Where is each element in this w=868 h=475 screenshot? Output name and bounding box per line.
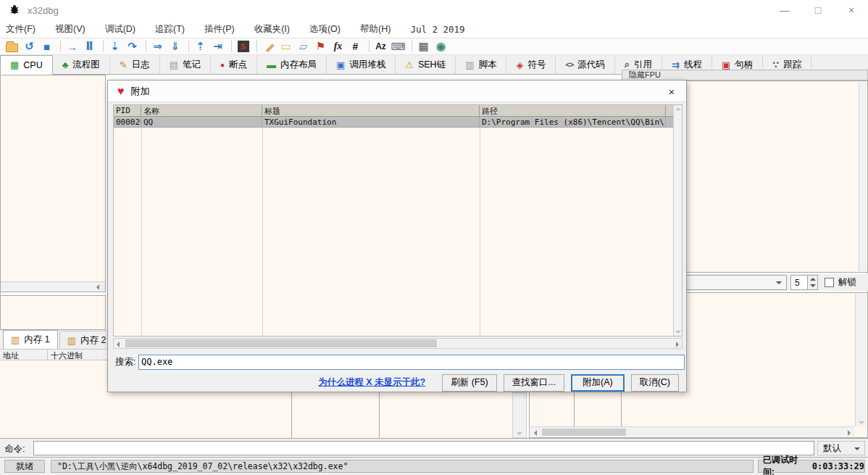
scroll-left-icon[interactable] xyxy=(534,430,537,436)
scroll-right-icon[interactable] xyxy=(676,342,679,347)
labels-icon[interactable]: ▱ xyxy=(296,39,311,54)
why-not-shown-link[interactable]: 为什么进程 X 未显示于此? xyxy=(318,376,425,389)
execute-till-return-icon[interactable]: ⇓ xyxy=(167,39,183,54)
scroll-down-icon[interactable] xyxy=(675,331,681,334)
menu-file[interactable]: 文件(F) xyxy=(6,21,36,38)
scroll-up-icon[interactable] xyxy=(675,107,681,110)
process-table[interactable]: PID 名称 标题 路径 0000268C QQ TXGuiFoundation… xyxy=(113,104,683,336)
stop-icon[interactable]: ■ xyxy=(39,39,54,54)
attach-button[interactable]: 附加(A) xyxy=(571,374,625,392)
hash-icon[interactable]: # xyxy=(348,39,363,54)
animate-into-icon[interactable]: ⇒ xyxy=(150,39,165,54)
scroll-thumb[interactable] xyxy=(125,339,437,347)
disassembly-hscrollbar[interactable] xyxy=(1,281,105,292)
tab-label: 断点 xyxy=(229,59,247,71)
maximize-button[interactable]: □ xyxy=(801,0,835,20)
run-icon[interactable]: → xyxy=(64,39,80,54)
case-icon[interactable]: Az xyxy=(373,39,388,54)
scroll-left-icon[interactable] xyxy=(91,283,104,291)
cancel-button[interactable]: 取消(C) xyxy=(631,374,679,392)
function-icon[interactable]: fx xyxy=(330,39,346,54)
column-name[interactable]: 名称 xyxy=(141,105,262,116)
column-title[interactable]: 标题 xyxy=(262,105,480,116)
column-address[interactable]: 地址 xyxy=(0,350,48,360)
calculator-icon[interactable]: ▦ xyxy=(416,39,431,54)
command-profile-dropdown[interactable]: 默认 xyxy=(817,441,865,455)
stack-depth-stepper[interactable]: 5 xyxy=(790,275,818,290)
hide-fpu-button[interactable]: 隐藏FPU xyxy=(622,70,868,80)
scroll-down-icon[interactable] xyxy=(859,421,864,424)
seh-s-icon[interactable]: S xyxy=(235,39,251,54)
unlock-checkbox[interactable] xyxy=(825,278,834,287)
tab-log[interactable]: ✎日志 xyxy=(110,55,160,74)
column-divider xyxy=(379,392,380,438)
scroll-right-icon[interactable] xyxy=(848,430,851,436)
command-input[interactable] xyxy=(33,441,814,455)
memory-vscrollbar[interactable] xyxy=(512,392,527,438)
tab-graph[interactable]: ♣流程图 xyxy=(53,55,110,74)
process-table-hscrollbar[interactable] xyxy=(113,338,683,349)
scroll-left-icon[interactable] xyxy=(117,342,120,347)
process-row-selected[interactable]: 0000268C QQ TXGuiFoundation D:\Program F… xyxy=(114,117,682,128)
step-into-icon[interactable]: ⇣ xyxy=(107,39,122,54)
process-table-vscrollbar[interactable] xyxy=(673,105,682,336)
stack-hscrollbar[interactable] xyxy=(530,426,854,437)
patch-icon[interactable]: ▬ xyxy=(258,36,279,57)
menu-debug[interactable]: 调试(D) xyxy=(105,21,135,38)
scroll-thumb[interactable] xyxy=(542,429,626,436)
bookmarks-icon[interactable]: ⚑ xyxy=(313,39,328,54)
tab-label: 调用堆栈 xyxy=(349,59,385,71)
dump-preview-panel[interactable] xyxy=(0,295,106,330)
cell-pid: 0000268C xyxy=(114,117,141,127)
find-window-button[interactable]: 查找窗口... xyxy=(504,374,564,392)
scroll-down-icon[interactable] xyxy=(517,432,522,435)
restart-icon[interactable]: ↺ xyxy=(22,39,37,54)
disassembly-panel[interactable] xyxy=(0,75,106,292)
step-out-icon[interactable]: ⇡ xyxy=(193,39,208,54)
status-debug-time: 已调试时间: 0:03:33:29 xyxy=(758,460,865,473)
menu-help[interactable]: 帮助(H) xyxy=(360,21,391,38)
close-button[interactable]: × xyxy=(835,0,868,20)
column-path[interactable]: 路径 xyxy=(480,105,666,116)
device-icon[interactable]: ⌨ xyxy=(391,39,406,54)
step-over-icon[interactable]: ↷ xyxy=(125,39,140,54)
search-input[interactable] xyxy=(138,355,685,370)
tab-source[interactable]: <>源代码 xyxy=(556,55,614,74)
call-stack-icon: ▣ xyxy=(336,59,345,70)
tab-cpu[interactable]: ▦CPU xyxy=(0,55,53,75)
tab-label: 内存 1 xyxy=(24,334,49,346)
menu-options[interactable]: 选项(O) xyxy=(309,21,341,38)
window-title: x32dbg xyxy=(28,5,59,16)
tab-memory-1[interactable]: ▥内存 1 xyxy=(3,330,58,349)
attach-dialog-titlebar[interactable]: ♥ 附加 × xyxy=(108,80,686,102)
minimize-button[interactable]: — xyxy=(768,0,801,20)
menu-view[interactable]: 视图(V) xyxy=(55,21,85,38)
tab-label: 内存布局 xyxy=(280,59,317,71)
column-pid[interactable]: PID xyxy=(114,105,141,116)
toolbar-separator xyxy=(146,41,146,52)
tab-memory-2[interactable]: ▥内存 2 xyxy=(59,331,114,349)
tab-call-stack[interactable]: ▣调用堆栈 xyxy=(327,55,396,74)
comments-icon[interactable]: ▭ xyxy=(278,39,293,54)
column-divider xyxy=(480,128,480,336)
menu-favourites[interactable]: 收藏夹(I) xyxy=(254,21,290,38)
tab-notes[interactable]: ▤笔记 xyxy=(160,55,211,74)
pause-icon[interactable]: Ⅱ xyxy=(82,39,97,54)
run-to-user-code-icon[interactable]: ⇥ xyxy=(210,39,225,54)
status-module-path: "D:\工具\小黑\逆向\x64dbg_2019_07_02\release\x… xyxy=(51,460,754,473)
registers-vscrollbar[interactable] xyxy=(859,82,867,271)
tab-symbols[interactable]: ◈符号 xyxy=(506,55,556,74)
menu-trace[interactable]: 追踪(T) xyxy=(155,21,185,38)
stepper-arrows[interactable] xyxy=(807,276,817,289)
tab-memory-map[interactable]: ▬内存布局 xyxy=(257,55,327,74)
stack-vscrollbar[interactable] xyxy=(855,294,867,426)
refresh-button[interactable]: 刷新 (F5) xyxy=(442,374,496,392)
tab-script[interactable]: ▥脚本 xyxy=(456,55,506,74)
open-folder-icon[interactable] xyxy=(4,39,20,54)
tab-seh[interactable]: ⚠SEH链 xyxy=(396,55,456,74)
tab-breakpoints[interactable]: ●断点 xyxy=(211,55,257,74)
menu-plugins[interactable]: 插件(P) xyxy=(204,21,235,38)
toolbar-separator xyxy=(412,41,412,52)
dialog-close-icon[interactable]: × xyxy=(663,83,680,99)
globe-icon[interactable]: ◉ xyxy=(433,39,448,54)
